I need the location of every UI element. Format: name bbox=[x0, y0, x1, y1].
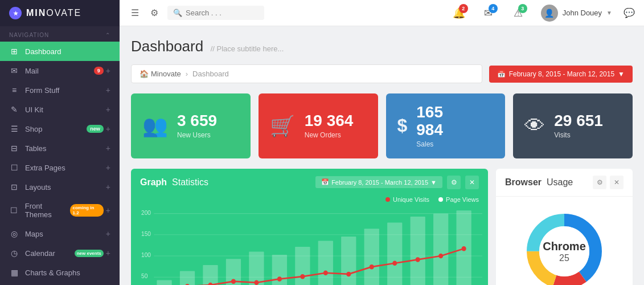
user-caret-icon: ▼ bbox=[606, 10, 612, 16]
warning-badge-count: 3 bbox=[518, 4, 527, 13]
browser-num: 25 bbox=[543, 253, 586, 263]
form-stuff-plus[interactable]: + bbox=[106, 85, 110, 95]
page-header: Dashboard // Place subtitle here... bbox=[131, 38, 633, 55]
svg-rect-9 bbox=[180, 271, 195, 285]
users-icon: 👥 bbox=[142, 114, 168, 138]
date-caret-icon: ▼ bbox=[618, 70, 625, 78]
sidebar-label-extra-pages: Extra Pages bbox=[25, 164, 65, 172]
browser-title: Browser Usage bbox=[505, 177, 573, 188]
sidebar-label-ui-kit: UI Kit bbox=[25, 105, 43, 114]
stat-sales-number: 165984 bbox=[416, 104, 443, 139]
chart-close-button[interactable]: ✕ bbox=[465, 176, 479, 189]
sidebar-label-form-stuff: Form Stuff bbox=[25, 86, 59, 95]
sidebar-label-dashboard: Dashboard bbox=[25, 47, 61, 56]
browser-title-bold: Browser bbox=[505, 177, 542, 187]
svg-text:100: 100 bbox=[141, 252, 151, 258]
breadcrumb-separator: › bbox=[186, 70, 188, 78]
nav-section-label: NAVIGATION ⌃ bbox=[0, 26, 120, 42]
sidebar-item-front-themes[interactable]: ☐ Front Themes coming in 1.2 + bbox=[0, 197, 120, 224]
bottom-row: Graph Statistics 📅 February 8, 2015 - Ma… bbox=[131, 169, 633, 285]
logo-text: MINOVATE bbox=[26, 8, 81, 18]
stat-cards: 👥 3 659 New Users 🛒 19 364 New Orders $ … bbox=[131, 93, 633, 158]
svg-rect-10 bbox=[203, 265, 218, 285]
svg-text:150: 150 bbox=[141, 230, 151, 237]
maps-plus[interactable]: + bbox=[106, 229, 110, 238]
breadcrumb-row: 🏠 Minovate › Dashboard 📅 February 8, 201… bbox=[131, 64, 633, 83]
shop-badge: new bbox=[87, 125, 104, 133]
front-themes-plus[interactable]: + bbox=[106, 206, 110, 215]
sidebar-item-shop[interactable]: ☰ Shop new + bbox=[0, 119, 120, 139]
ui-kit-plus[interactable]: + bbox=[106, 105, 110, 114]
donut-chart: Chrome 25 bbox=[519, 206, 610, 285]
chart-svg: 200 150 100 50 bbox=[137, 207, 482, 285]
search-input[interactable] bbox=[186, 9, 254, 17]
sidebar-logo: ★ MINOVATE bbox=[0, 0, 120, 26]
svg-point-28 bbox=[300, 274, 305, 279]
breadcrumb-current: Dashboard bbox=[192, 70, 229, 78]
chart-date-button[interactable]: 📅 February 8, 2015 - March 12, 2015 ▼ bbox=[315, 176, 442, 188]
sidebar-item-maps[interactable]: ◎ Maps + bbox=[0, 224, 120, 243]
svg-rect-15 bbox=[318, 241, 333, 285]
bell-badge: 2 bbox=[459, 4, 468, 13]
sidebar-item-form-stuff[interactable]: ≡ Form Stuff + bbox=[0, 80, 120, 100]
date-picker-button[interactable]: 📅 February 8, 2015 - March 12, 2015 ▼ bbox=[489, 66, 633, 83]
menu-toggle-icon[interactable]: ☰ bbox=[129, 5, 141, 21]
browser-close-button[interactable]: ✕ bbox=[610, 176, 624, 189]
notification-bell[interactable]: 🔔 2 bbox=[450, 4, 468, 22]
svg-rect-16 bbox=[341, 237, 356, 285]
tables-plus[interactable]: + bbox=[106, 144, 110, 153]
legend-page-views: Page Views bbox=[438, 196, 479, 203]
chart-title-bold: Graph bbox=[140, 177, 167, 187]
chart-controls: 📅 February 8, 2015 - March 12, 2015 ▼ ⚙ … bbox=[315, 176, 479, 189]
statistics-chart-card: Graph Statistics 📅 February 8, 2015 - Ma… bbox=[131, 169, 488, 285]
chart-header: Graph Statistics 📅 February 8, 2015 - Ma… bbox=[131, 169, 488, 196]
notification-warning[interactable]: ⚠ 3 bbox=[509, 4, 527, 22]
stat-card-users: 👥 3 659 New Users bbox=[131, 93, 251, 158]
orders-icon: 🛒 bbox=[270, 114, 296, 138]
sidebar-item-calendar[interactable]: ◷ Calendar new events + bbox=[0, 243, 120, 263]
donut-center: Chrome 25 bbox=[543, 239, 586, 263]
sidebar-item-charts[interactable]: ▦ Charts & Graphs bbox=[0, 263, 120, 282]
sidebar-item-tables[interactable]: ⊟ Tables + bbox=[0, 139, 120, 158]
chat-icon[interactable]: 💬 bbox=[624, 7, 635, 18]
svg-rect-20 bbox=[433, 213, 448, 285]
search-box[interactable]: 🔍 bbox=[167, 6, 264, 20]
shop-plus[interactable]: + bbox=[106, 124, 110, 133]
sales-icon: $ bbox=[397, 115, 408, 136]
user-area[interactable]: 👤 John Douey ▼ bbox=[541, 5, 612, 22]
stat-users-label: New Users bbox=[177, 131, 217, 139]
date-range-label: February 8, 2015 - March 12, 2015 bbox=[509, 70, 614, 78]
sidebar-item-ui-kit[interactable]: ✎ UI Kit + bbox=[0, 100, 120, 119]
mail-plus[interactable]: + bbox=[106, 66, 110, 75]
legend-unique-visits: Unique Visits bbox=[385, 196, 429, 203]
search-icon: 🔍 bbox=[173, 9, 182, 17]
browser-controls: ⚙ ✕ bbox=[593, 176, 624, 189]
chart-title: Graph Statistics bbox=[140, 177, 208, 188]
sidebar-label-mail: Mail bbox=[25, 67, 39, 75]
nav-items: ⊞ Dashboard ✉ Mail 9 + ≡ Form Stuff + ✎ bbox=[0, 42, 120, 282]
browser-settings-button[interactable]: ⚙ bbox=[593, 176, 606, 189]
sidebar-item-dashboard[interactable]: ⊞ Dashboard bbox=[0, 42, 120, 61]
svg-point-34 bbox=[438, 253, 443, 258]
page-subtitle: // Place subtitle here... bbox=[211, 44, 284, 53]
chart-settings-button[interactable]: ⚙ bbox=[447, 176, 461, 189]
svg-rect-19 bbox=[411, 217, 425, 285]
breadcrumb-home[interactable]: 🏠 Minovate bbox=[140, 70, 181, 78]
calendar-plus[interactable]: + bbox=[106, 249, 110, 258]
legend-label-pageviews: Page Views bbox=[446, 196, 479, 203]
settings-icon[interactable]: ⚙ bbox=[148, 5, 161, 21]
svg-point-32 bbox=[392, 260, 397, 266]
svg-rect-8 bbox=[157, 280, 171, 285]
sidebar-item-layouts[interactable]: ⊡ Layouts + bbox=[0, 177, 120, 197]
svg-point-35 bbox=[462, 246, 466, 251]
stat-orders-label: New Orders bbox=[305, 131, 354, 139]
notification-mail[interactable]: ✉ 4 bbox=[479, 4, 498, 22]
sidebar-item-mail[interactable]: ✉ Mail 9 + bbox=[0, 61, 120, 80]
calendar-icon-btn: 📅 bbox=[497, 70, 506, 78]
svg-text:200: 200 bbox=[141, 209, 151, 215]
nav-collapse-icon[interactable]: ⌃ bbox=[105, 32, 110, 38]
extra-pages-plus[interactable]: + bbox=[106, 163, 110, 172]
svg-point-31 bbox=[370, 264, 374, 269]
layouts-plus[interactable]: + bbox=[106, 182, 110, 192]
sidebar-item-extra-pages[interactable]: ☐ Extra Pages + bbox=[0, 158, 120, 177]
